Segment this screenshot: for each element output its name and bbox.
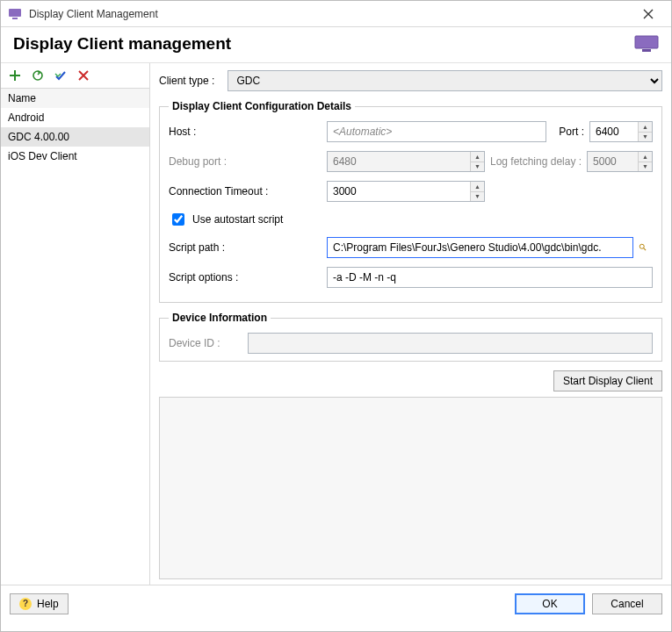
conn-timeout-label: Connection Timeout :: [169, 185, 327, 198]
sync-icon[interactable]: [31, 68, 45, 83]
log-delay-step-up: ▲: [638, 152, 652, 162]
window-close-button[interactable]: [632, 1, 664, 26]
script-options-input[interactable]: [327, 267, 653, 288]
page-title: Display Client management: [13, 34, 231, 54]
svg-rect-3: [642, 49, 651, 52]
log-delay-step-down: ▼: [638, 162, 652, 172]
conn-timeout-step-down[interactable]: ▼: [470, 191, 484, 202]
config-legend: Display Client Configuration Details: [169, 100, 355, 112]
script-path-label: Script path :: [169, 241, 327, 254]
device-legend: Device Information: [169, 312, 271, 324]
svg-point-4: [33, 71, 42, 80]
client-type-label: Client type :: [159, 75, 228, 87]
script-options-label: Script options :: [169, 271, 327, 284]
conn-timeout-step-up[interactable]: ▲: [470, 182, 484, 191]
page-header: Display Client management: [1, 27, 671, 63]
debug-port-step-down: ▼: [470, 162, 484, 172]
help-label: Help: [37, 598, 59, 610]
client-type-row: Client type : GDC: [159, 70, 662, 91]
help-icon: ?: [19, 598, 32, 610]
debug-port-input: [327, 151, 485, 172]
ok-button[interactable]: OK: [515, 593, 585, 614]
client-list: Name Android GDC 4.00.00 iOS Dev Client: [1, 88, 149, 585]
svg-rect-2: [635, 36, 658, 48]
app-icon: [8, 7, 22, 21]
titlebar: Display Client Management: [1, 1, 671, 27]
host-label: Host :: [169, 126, 327, 138]
config-fieldset: Display Client Configuration Details Hos…: [159, 100, 662, 303]
autostart-checkbox[interactable]: [172, 213, 184, 226]
autostart-label: Use autostart script: [192, 213, 283, 226]
script-path-input[interactable]: [327, 237, 633, 258]
cancel-button[interactable]: Cancel: [592, 593, 662, 614]
help-button[interactable]: ? Help: [10, 593, 69, 614]
list-item[interactable]: GDC 4.00.00: [1, 127, 149, 147]
main-layout: Name Android GDC 4.00.00 iOS Dev Client …: [1, 63, 671, 585]
port-label: Port :: [552, 126, 584, 138]
monitor-icon: [634, 35, 659, 53]
svg-rect-0: [9, 9, 21, 17]
validate-icon[interactable]: [54, 68, 68, 83]
output-area: [159, 397, 662, 579]
right-pane: Client type : GDC Display Client Configu…: [150, 63, 671, 585]
device-id-input: [248, 333, 653, 354]
list-item[interactable]: Android: [1, 108, 149, 127]
port-step-up[interactable]: ▲: [638, 122, 652, 132]
dialog-footer: ? Help OK Cancel: [1, 585, 671, 621]
left-toolbar: [1, 63, 149, 88]
svg-point-5: [639, 244, 644, 248]
browse-button[interactable]: [633, 237, 653, 258]
svg-rect-1: [12, 18, 18, 19]
debug-port-label: Debug port :: [169, 155, 327, 168]
left-pane: Name Android GDC 4.00.00 iOS Dev Client: [1, 63, 150, 585]
client-type-select[interactable]: GDC: [228, 70, 662, 91]
start-display-client-button[interactable]: Start Display Client: [553, 370, 662, 391]
debug-port-step-up: ▲: [470, 152, 484, 162]
window-title: Display Client Management: [29, 8, 632, 20]
device-fieldset: Device Information Device ID :: [159, 312, 662, 362]
add-icon[interactable]: [8, 68, 22, 83]
conn-timeout-input[interactable]: [327, 181, 485, 202]
delete-icon[interactable]: [76, 68, 90, 83]
list-item[interactable]: iOS Dev Client: [1, 147, 149, 166]
device-id-label: Device ID :: [169, 337, 248, 349]
host-input[interactable]: [327, 121, 546, 142]
client-list-header[interactable]: Name: [1, 89, 149, 108]
port-step-down[interactable]: ▼: [638, 132, 652, 142]
log-delay-label: Log fetching delay :: [490, 155, 582, 168]
